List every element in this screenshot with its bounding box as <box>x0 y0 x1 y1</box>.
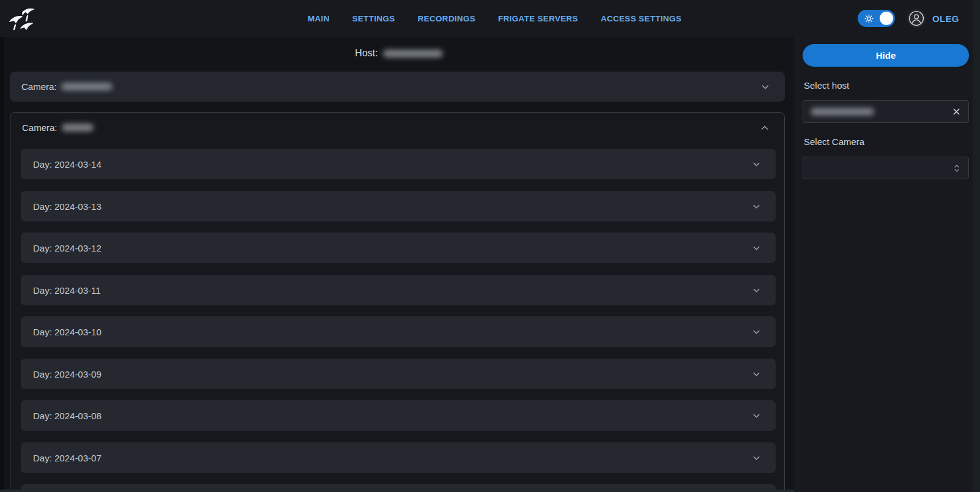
main-nav: MAIN SETTINGS RECORDINGS FRIGATE SERVERS… <box>308 0 681 37</box>
day-label: Day: 2024-03-08 <box>33 411 102 421</box>
chevron-down-icon <box>752 411 761 420</box>
camera-accordion-header[interactable]: Camera: <box>10 72 785 102</box>
chevron-down-icon <box>752 244 761 253</box>
camera-label: Camera: <box>22 122 58 133</box>
chevron-down-icon <box>752 453 761 463</box>
navbar: MAIN SETTINGS RECORDINGS FRIGATE SERVERS… <box>0 0 980 37</box>
camera-accordion-header[interactable]: Camera: <box>10 113 784 143</box>
select-host-label: Select host <box>804 80 964 91</box>
right-sidebar: Hide Select host Select Camera <box>794 37 973 492</box>
chevron-down-icon <box>752 286 761 295</box>
chevron-down-icon <box>752 327 761 337</box>
day-label: Day: 2024-03-09 <box>33 369 102 379</box>
day-row[interactable]: Day: 2024-03-14 <box>21 149 776 179</box>
select-camera-label: Select Camera <box>804 136 964 147</box>
host-label: Host: <box>355 48 377 59</box>
redacted-host-name <box>383 50 443 58</box>
left-edge <box>0 37 4 492</box>
nav-item-main[interactable]: MAIN <box>308 14 330 23</box>
clear-host-icon[interactable] <box>952 107 961 116</box>
frigate-logo-icon[interactable] <box>7 5 37 33</box>
day-row[interactable]: Day: 2024-03-13 <box>21 191 776 222</box>
chevron-down-icon <box>752 370 761 379</box>
hide-button[interactable]: Hide <box>803 44 969 67</box>
main-content: Host: Camera: Camera: Day: 2024-03-14 Da… <box>4 37 794 492</box>
day-label: Day: 2024-03-14 <box>33 159 102 170</box>
theme-toggle[interactable] <box>858 10 895 27</box>
camera-accordion-expanded: Camera: Day: 2024-03-14 Day: 2024-03-13 … <box>10 112 785 492</box>
day-label: Day: 2024-03-13 <box>33 201 102 212</box>
user-icon <box>908 10 924 26</box>
select-spinner-icon[interactable] <box>952 163 961 173</box>
host-header: Host: <box>4 48 794 59</box>
username-label[interactable]: OLEG <box>932 0 959 37</box>
chevron-down-icon <box>752 160 761 169</box>
day-row[interactable]: Day: 2024-03-11 <box>21 275 776 305</box>
sun-icon <box>864 14 874 23</box>
chevron-down-icon <box>760 82 770 92</box>
chevron-up-icon <box>760 123 770 133</box>
vertical-scrollbar[interactable] <box>973 0 980 492</box>
day-row[interactable]: Day: 2024-03-09 <box>21 359 776 389</box>
nav-item-recordings[interactable]: RECORDINGS <box>418 14 476 23</box>
camera-accordion-collapsed: Camera: <box>10 72 785 102</box>
day-row[interactable]: Day: 2024-03-07 <box>21 442 776 473</box>
toggle-knob <box>880 12 893 25</box>
redacted-host-value <box>811 108 874 116</box>
user-avatar[interactable] <box>907 9 926 28</box>
day-label: Day: 2024-03-12 <box>33 243 102 253</box>
day-label: Day: 2024-03-11 <box>33 285 101 296</box>
day-row[interactable]: Day: 2024-03-08 <box>21 400 776 431</box>
chevron-down-icon <box>752 202 761 211</box>
nav-item-frigate-servers[interactable]: FRIGATE SERVERS <box>498 14 578 23</box>
day-label: Day: 2024-03-10 <box>33 327 102 337</box>
day-row[interactable]: Day: 2024-03-12 <box>21 233 776 263</box>
camera-label: Camera: <box>21 81 57 92</box>
nav-item-settings[interactable]: SETTINGS <box>352 14 395 23</box>
redacted-camera-name <box>62 124 94 132</box>
day-label: Day: 2024-03-07 <box>33 453 102 463</box>
redacted-camera-name <box>61 83 113 91</box>
horizontal-scrollbar[interactable] <box>0 490 794 492</box>
host-select[interactable] <box>803 100 969 123</box>
camera-select[interactable] <box>803 157 969 179</box>
day-row[interactable]: Day: 2024-03-10 <box>21 316 776 347</box>
nav-item-access-settings[interactable]: ACCESS SETTINGS <box>601 14 681 23</box>
